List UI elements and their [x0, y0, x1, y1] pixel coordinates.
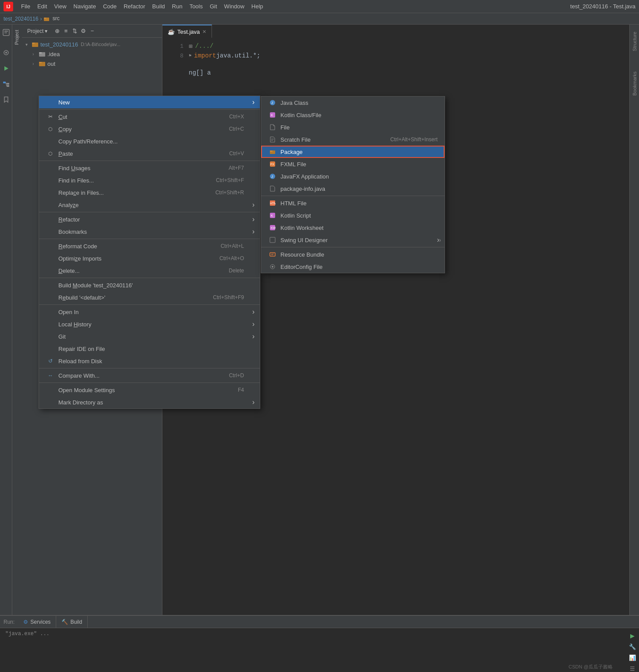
add-content-root-btn[interactable]: ⊕ — [53, 27, 61, 36]
svg-text:K: K — [271, 113, 273, 117]
context-menu: New ✂ Cut Ctrl+X ⬡ Copy Ctrl+C Copy Path… — [39, 96, 260, 409]
menu-code[interactable]: Code — [100, 2, 120, 11]
submenu-swing[interactable]: Swing UI Designer › — [261, 234, 445, 246]
menu-file[interactable]: File — [18, 2, 34, 11]
context-open-module-settings[interactable]: Open Module Settings F4 — [39, 384, 260, 396]
breadcrumb-project[interactable]: test_20240116 — [4, 16, 38, 22]
context-build-module[interactable]: Build Module 'test_20240116' — [39, 279, 260, 291]
sidebar-commit-icon[interactable] — [1, 47, 11, 58]
bookmarks-label[interactable]: Bookmarks — [631, 68, 638, 99]
sidebar-project-icon[interactable] — [1, 27, 11, 38]
side-tab-project[interactable]: Project — [12, 25, 22, 50]
kotlin-script-icon: K — [268, 211, 277, 220]
menu-view[interactable]: View — [50, 2, 70, 11]
context-replace-in-files[interactable]: Replace in Files... Ctrl+Shift+R — [39, 186, 260, 199]
structure-label[interactable]: Structure — [631, 28, 638, 55]
submenu-editorconfig[interactable]: EditorConfig File — [261, 261, 445, 273]
menu-navigate[interactable]: Navigate — [70, 2, 99, 11]
sidebar-structure-icon[interactable] — [1, 79, 11, 89]
analyze-icon — [46, 200, 55, 209]
run-bar-chart-btn[interactable]: 📊 — [628, 653, 637, 662]
package-label: Package — [280, 149, 303, 155]
context-mark-directory[interactable]: Mark Directory as — [39, 396, 260, 408]
open-in-label: Open In — [58, 309, 79, 315]
menu-git[interactable]: Git — [206, 2, 221, 11]
out-folder-icon — [39, 60, 46, 67]
run-list-btn[interactable]: ☰ — [628, 664, 637, 672]
context-compare-with[interactable]: ↔ Compare With... Ctrl+D — [39, 369, 260, 382]
context-delete[interactable]: Delete... Delete — [39, 265, 260, 277]
context-find-usages[interactable]: Find Usages Alt+F7 — [39, 162, 260, 174]
context-git[interactable]: Git — [39, 330, 260, 343]
fxml-icon: FX — [268, 160, 277, 168]
context-copy-path[interactable]: Copy Path/Reference... — [39, 135, 260, 147]
menu-refactor[interactable]: Refactor — [120, 2, 149, 11]
context-menu-new[interactable]: New — [39, 96, 260, 108]
scratch-label: Scratch File — [280, 136, 311, 143]
menu-edit[interactable]: Edit — [34, 2, 50, 11]
context-reformat-code[interactable]: Reformat Code Ctrl+Alt+L — [39, 240, 260, 252]
window-title: test_20240116 - Test.java — [570, 3, 635, 10]
repair-icon — [46, 344, 55, 353]
submenu-kotlin-script[interactable]: K Kotlin Script — [261, 209, 445, 222]
context-optimize-imports[interactable]: Optimize Imports Ctrl+Alt+O — [39, 252, 260, 265]
fold-icon-1[interactable]: ⊞ — [189, 43, 192, 50]
breadcrumb-folder[interactable]: src — [43, 15, 59, 22]
menu-window[interactable]: Window — [221, 2, 248, 11]
run-wrench-btn[interactable]: 🔧 — [628, 642, 637, 651]
submenu-package-info[interactable]: package-info.java — [261, 182, 445, 195]
submenu-kotlin-class[interactable]: K Kotlin Class/File — [261, 109, 445, 121]
project-settings-btn[interactable]: ⚙ — [79, 27, 88, 36]
locate-file-btn[interactable]: ⇅ — [70, 27, 79, 36]
git-label: Git — [58, 333, 66, 340]
submenu-javafx[interactable]: J JavaFX Application — [261, 170, 445, 182]
fold-icon-8: ⚑ — [189, 53, 191, 58]
sidebar-bookmarks-icon[interactable] — [1, 95, 11, 105]
separator-6 — [39, 304, 260, 305]
menu-help[interactable]: Help — [248, 2, 267, 11]
menubar: IJ File Edit View Navigate Code Refactor… — [0, 0, 639, 13]
context-refactor[interactable]: Refactor — [39, 213, 260, 225]
paste-icon: ⬡ — [46, 149, 55, 158]
run-play-btn[interactable]: ▶ — [628, 631, 637, 640]
separator-4 — [39, 239, 260, 239]
close-project-panel-btn[interactable]: − — [88, 27, 97, 36]
submenu-html[interactable]: HTML HTML File — [261, 197, 445, 209]
tree-root[interactable]: ▾ test_20240116 D:\A-Bit\code\jav... — [22, 39, 162, 49]
run-tab-services[interactable]: ⚙ Services — [18, 616, 56, 628]
submenu-java-class[interactable]: J Java Class — [261, 97, 445, 109]
project-dropdown-btn[interactable]: Project ▾ — [25, 27, 50, 35]
project-folder-icon — [32, 41, 39, 48]
sidebar-run-icon[interactable] — [1, 63, 11, 74]
menu-build[interactable]: Build — [149, 2, 169, 11]
submenu-package[interactable]: Package — [261, 146, 445, 158]
context-open-in[interactable]: Open In — [39, 306, 260, 318]
paste-label: Paste — [58, 150, 73, 157]
context-paste[interactable]: ⬡ Paste Ctrl+V — [39, 147, 260, 160]
menu-run[interactable]: Run — [169, 2, 186, 11]
copy-label: Copy — [58, 126, 72, 132]
tree-out[interactable]: › out — [22, 59, 162, 68]
context-copy[interactable]: ⬡ Copy Ctrl+C — [39, 123, 260, 135]
context-cut[interactable]: ✂ Cut Ctrl+X — [39, 111, 260, 123]
scratch-shortcut: Ctrl+Alt+Shift+Insert — [390, 136, 438, 143]
context-bookmarks[interactable]: Bookmarks — [39, 225, 260, 238]
run-tab-build[interactable]: 🔨 Build — [56, 616, 88, 628]
submenu-scratch-file[interactable]: Scratch File Ctrl+Alt+Shift+Insert — [261, 133, 445, 146]
tree-idea[interactable]: › .idea — [22, 49, 162, 59]
tab-close-btn[interactable]: ✕ — [202, 29, 206, 35]
tab-test-java[interactable]: ☕ Test.java ✕ — [162, 25, 212, 38]
context-rebuild[interactable]: Rebuild '<default>' Ctrl+Shift+F9 — [39, 291, 260, 304]
submenu-fxml[interactable]: FX FXML File — [261, 158, 445, 170]
submenu-file[interactable]: File — [261, 121, 445, 133]
menu-tools[interactable]: Tools — [186, 2, 206, 11]
context-local-history[interactable]: Local History — [39, 318, 260, 330]
submenu-resource-bundle[interactable]: Resource Bundle — [261, 248, 445, 261]
context-reload-disk[interactable]: ↺ Reload from Disk — [39, 355, 260, 367]
collapse-all-btn[interactable]: ≡ — [61, 27, 70, 36]
context-find-in-files[interactable]: Find in Files... Ctrl+Shift+F — [39, 174, 260, 186]
context-analyze[interactable]: Analyze — [39, 199, 260, 211]
context-repair-ide[interactable]: Repair IDE on File — [39, 343, 260, 355]
submenu-kotlin-worksheet[interactable]: KW Kotlin Worksheet — [261, 222, 445, 234]
copy-path-label: Copy Path/Reference... — [58, 138, 118, 145]
